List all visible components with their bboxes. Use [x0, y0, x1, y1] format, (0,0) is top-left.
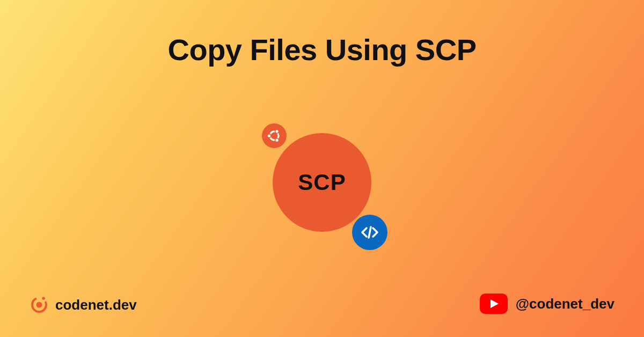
code-icon — [352, 215, 387, 250]
youtube-icon — [479, 293, 508, 314]
codenet-logo-icon — [30, 295, 49, 314]
footer-social: @codenet_dev — [479, 293, 614, 314]
svg-point-7 — [42, 297, 45, 300]
svg-point-6 — [36, 302, 42, 308]
svg-point-2 — [275, 129, 279, 133]
scp-circle: SCP — [273, 133, 371, 232]
page-title: Copy Files Using SCP — [0, 32, 644, 67]
scp-label: SCP — [298, 170, 346, 195]
social-handle: @codenet_dev — [516, 296, 614, 312]
svg-point-3 — [275, 138, 279, 142]
svg-line-4 — [369, 227, 371, 238]
footer-brand: codenet.dev — [30, 295, 137, 314]
brand-name: codenet.dev — [55, 297, 137, 313]
center-graphic: SCP — [252, 117, 392, 257]
ubuntu-icon — [262, 123, 287, 148]
svg-point-1 — [267, 134, 271, 138]
